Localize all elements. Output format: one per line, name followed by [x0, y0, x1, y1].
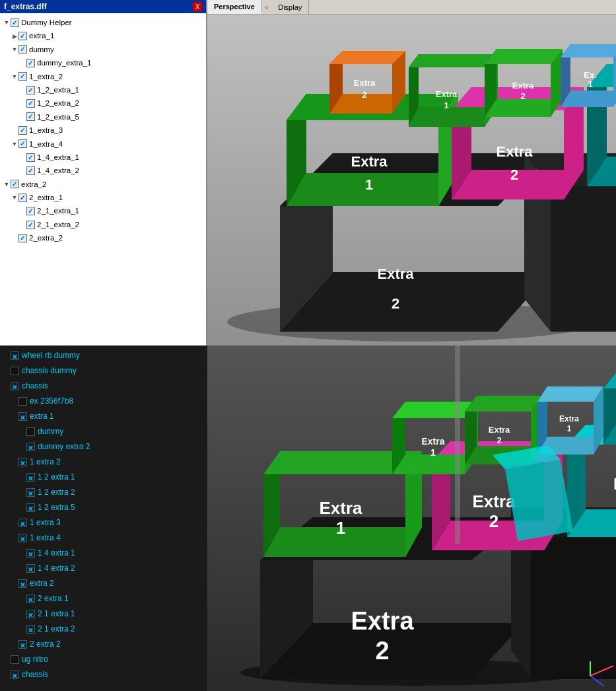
tree-item-12extra2[interactable]: 1_2_extra_2 [3, 96, 203, 110]
checkbox-21extra1[interactable] [26, 207, 35, 215]
dark-item-chassis[interactable]: chassis [3, 379, 205, 394]
checkbox-12extra5[interactable] [26, 112, 35, 121]
svg-text:1: 1 [567, 424, 572, 433]
checkbox-12extra2[interactable] [26, 99, 35, 108]
svg-text:Extra: Extra [351, 607, 414, 635]
dark-item-chassis2[interactable]: chassis [3, 667, 205, 682]
checkbox-extra1[interactable] [18, 32, 27, 40]
tree-item-21extra2[interactable]: 2_1_extra_2 [3, 218, 203, 231]
dark-checkbox-chassis-dummy[interactable] [11, 367, 19, 375]
dark-item-21extra2[interactable]: 2 1 extra 2 [3, 622, 205, 637]
tree-item-12extra5[interactable]: 1_2_extra_5 [3, 110, 203, 124]
checkbox-2extra1[interactable] [18, 194, 27, 202]
svg-marker-44 [409, 54, 498, 67]
dark-item-14extra2[interactable]: 1 4 extra 2 [3, 561, 205, 576]
dark-checkbox-21extra2b[interactable] [26, 625, 35, 634]
tree-item-21extra1[interactable]: 2_1_extra_1 [3, 204, 203, 217]
tree-item-2extra2[interactable]: 2_extra_2 [3, 231, 203, 244]
checkbox-1extra3[interactable] [18, 126, 27, 135]
checkbox-dummy-helper[interactable] [11, 18, 19, 27]
dark-item-ug-nitro[interactable]: ug nitro [3, 652, 205, 667]
dark-checkbox-12extra1[interactable] [26, 473, 35, 482]
svg-text:1: 1 [365, 176, 373, 193]
checkbox-dummy-extra1[interactable] [26, 59, 35, 67]
dark-item-21extra1[interactable]: 2 1 extra 1 [3, 606, 205, 622]
label-14extra1: 1_4_extra_1 [37, 151, 79, 163]
dark-checkbox-12extra2[interactable] [26, 488, 35, 497]
dark-checkbox-wheel-rb-dummy[interactable] [11, 351, 19, 360]
tree-item-14extra1[interactable]: 1_4_extra_1 [3, 151, 203, 164]
dark-checkbox-1extra2[interactable] [18, 458, 27, 466]
tree-item-dummy-helper[interactable]: ▼ Dummy Helper [3, 16, 203, 29]
tree-item-dummy[interactable]: ▼ dummy [3, 43, 203, 56]
tree-item-1extra2[interactable]: ▼ 1_extra_2 [3, 70, 203, 83]
dark-label-1extra3: 1 extra 3 [30, 516, 61, 530]
dark-label-2extra2: 2 extra 2 [30, 637, 61, 651]
dark-item-1extra3[interactable]: 1 extra 3 [3, 515, 205, 530]
dark-item-12extra2[interactable]: 1 2 extra 2 [3, 485, 205, 500]
svg-rect-154 [455, 346, 460, 544]
label-12extra2: 1_2_extra_2 [37, 97, 79, 109]
dark-checkbox-2extra1[interactable] [26, 595, 35, 603]
dark-checkbox-extra2b[interactable] [18, 579, 27, 588]
tree-item-1extra3[interactable]: 1_extra_3 [3, 124, 203, 137]
dark-label-chassis-dummy: chassis dummy [22, 364, 77, 378]
title-bar: f_extras.dff X [0, 0, 206, 13]
dark-checkbox-14extra1[interactable] [26, 549, 35, 558]
dark-item-wheel-rb-dummy[interactable]: wheel rb dummy [3, 348, 205, 363]
dark-item-14extra1[interactable]: 1 4 extra 1 [3, 546, 205, 561]
checkbox-14extra1[interactable] [26, 153, 35, 162]
dark-checkbox-dummy-extra2[interactable] [26, 443, 35, 451]
checkbox-1extra4[interactable] [18, 139, 27, 148]
tree-item-2extra1[interactable]: ▼ 2_extra_1 [3, 191, 203, 204]
dark-checkbox-ex[interactable] [18, 397, 27, 406]
label-12extra1: 1_2_extra_1 [37, 84, 79, 96]
dark-checkbox-chassis[interactable] [11, 382, 19, 390]
dark-checkbox-21extra1b[interactable] [26, 610, 35, 618]
dark-checkbox-12extra5[interactable] [26, 503, 35, 512]
tree-item-14extra2[interactable]: 1_4_extra_2 [3, 164, 203, 177]
dark-item-dummy2[interactable]: dummy [3, 424, 205, 439]
tree-item-extra1[interactable]: ▶ extra_1 [3, 29, 203, 42]
svg-marker-87 [531, 537, 616, 679]
dark-checkbox-chassis2[interactable] [11, 671, 19, 679]
dark-label-14extra2: 1 4 extra 2 [38, 562, 75, 575]
scene-svg-bottom: Extra 2 Extra 1:2 Extra 1 Extra 2 [207, 346, 616, 691]
tree-item-extra2[interactable]: ▼ extra_2 [3, 178, 203, 191]
checkbox-1extra2[interactable] [18, 72, 27, 81]
svg-text:2: 2 [375, 637, 389, 665]
dark-item-extra1[interactable]: extra 1 [3, 409, 205, 424]
dark-checkbox-dummy2[interactable] [26, 427, 35, 436]
label-extra2: extra_2 [21, 178, 46, 190]
tab-perspective[interactable]: Perspective [207, 0, 262, 14]
dark-item-1extra4[interactable]: 1 extra 4 [3, 530, 205, 546]
dark-item-2extra1[interactable]: 2 extra 1 [3, 591, 205, 606]
tab-separator: < [262, 0, 271, 14]
checkbox-dummy[interactable] [18, 45, 27, 54]
dark-checkbox-1extra4[interactable] [18, 534, 27, 542]
dark-item-12extra1[interactable]: 1 2 extra 1 [3, 470, 205, 485]
tree-item-1extra4[interactable]: ▼ 1_extra_4 [3, 137, 203, 151]
dark-checkbox-14extra2[interactable] [26, 564, 35, 573]
dark-checkbox-2extra2[interactable] [18, 640, 27, 649]
dark-item-dummy-extra2[interactable]: dummy extra 2 [3, 439, 205, 455]
close-button[interactable]: X [193, 2, 202, 11]
tree-item-dummy-extra1[interactable]: dummy_extra_1 [3, 56, 203, 69]
svg-text:2: 2 [489, 511, 498, 531]
checkbox-extra2[interactable] [11, 180, 19, 188]
dark-checkbox-extra1[interactable] [18, 412, 27, 421]
dark-item-12extra5[interactable]: 1 2 extra 5 [3, 500, 205, 515]
dark-item-chassis-dummy[interactable]: chassis dummy [3, 363, 205, 379]
checkbox-21extra2[interactable] [26, 221, 35, 229]
checkbox-2extra2[interactable] [18, 234, 27, 242]
tab-display[interactable]: Display [271, 0, 309, 14]
dark-item-ex2356f7b8[interactable]: ex 2356f7b8 [3, 394, 205, 409]
dark-item-1extra2[interactable]: 1 extra 2 [3, 455, 205, 470]
dark-item-extra2[interactable]: extra 2 [3, 576, 205, 591]
dark-checkbox-ug-nitro[interactable] [11, 655, 19, 664]
checkbox-12extra1[interactable] [26, 86, 35, 94]
dark-item-2extra2[interactable]: 2 extra 2 [3, 637, 205, 652]
checkbox-14extra2[interactable] [26, 166, 35, 175]
tree-item-12extra1[interactable]: 1_2_extra_1 [3, 83, 203, 96]
dark-checkbox-1extra3[interactable] [18, 519, 27, 527]
